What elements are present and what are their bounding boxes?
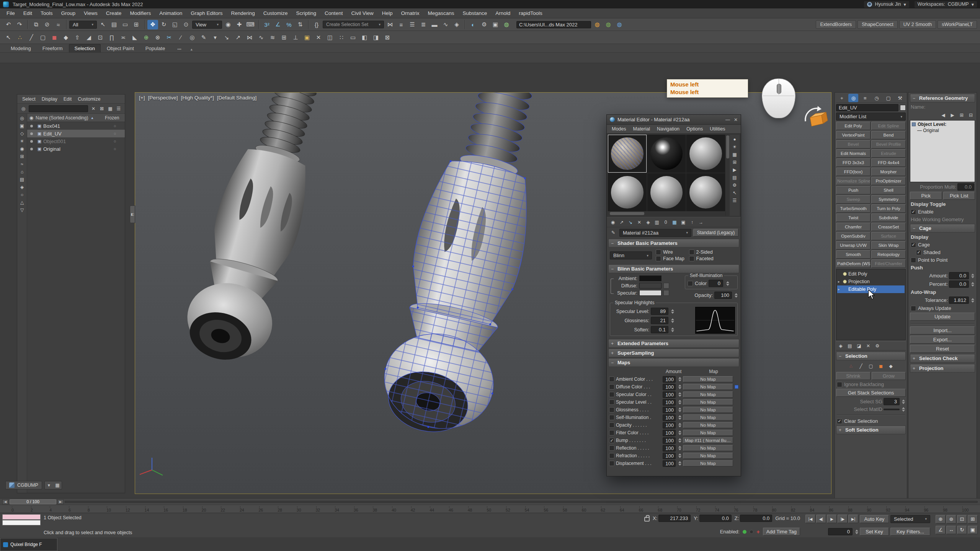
bridge-tool-icon[interactable]: ∏ (106, 33, 117, 42)
time-slider-handle[interactable]: 0 / 100 (10, 499, 56, 504)
remove-reference-icon[interactable]: ⊟ (967, 111, 975, 119)
bind-to-space-warp-icon[interactable]: ≈ (53, 20, 64, 29)
ribbon-toggle-icon[interactable]: ▬ (429, 20, 440, 29)
modifier-button[interactable]: Surface (871, 232, 906, 240)
soften-field[interactable]: 0.1 (651, 326, 668, 333)
sample-vertical-scrollbar[interactable] (725, 135, 730, 216)
material-editor-menu-item[interactable]: Options (683, 126, 706, 132)
display-tab-icon[interactable]: ▢ (884, 94, 893, 102)
visibility-eye-icon[interactable] (27, 140, 36, 143)
snapshot-icon[interactable]: ◫ (325, 33, 335, 42)
map-slot-button[interactable]: No Map (683, 460, 733, 466)
soft-selection-rollout[interactable]: +Soft Selection (836, 425, 906, 434)
clear-selection-checkbox[interactable] (837, 419, 842, 424)
hierarchy-tab-icon[interactable]: ≡ (860, 94, 870, 102)
maximize-viewport-icon[interactable]: ▣ (968, 526, 978, 534)
smooth-curve-icon[interactable]: ∿ (256, 33, 266, 42)
sample-type-icon[interactable]: ● (730, 135, 739, 143)
connect-tool-icon[interactable]: ≍ (118, 33, 129, 42)
map-slot-button[interactable]: No Map (683, 384, 733, 390)
remove-modifier-icon[interactable]: ✕ (864, 342, 872, 350)
modifier-stack-row[interactable]: ▸ Projection (837, 278, 905, 285)
menu-item[interactable]: Create (102, 9, 126, 17)
material-editor-options-icon[interactable]: ⚙ (730, 181, 739, 189)
map-slot-button[interactable]: No Map (683, 391, 733, 398)
material-map-navigator-icon[interactable]: ☰ (730, 197, 739, 204)
reference-coordinate-dropdown[interactable]: View▾ (192, 21, 222, 29)
explorer-menu-item[interactable]: Select (20, 96, 38, 103)
modifier-button[interactable]: Edit Poly (836, 122, 871, 130)
current-frame-field[interactable]: 0 (828, 528, 853, 535)
modifier-button[interactable]: Retopology (871, 250, 906, 259)
map-amount-spinner[interactable] (678, 400, 681, 404)
modifier-button[interactable]: Bevel Profile (871, 140, 906, 148)
display-xrefs-icon[interactable]: ▤ (18, 176, 26, 183)
selection-rollout[interactable]: −Selection (836, 352, 906, 360)
map-amount-field[interactable]: 100 (663, 407, 676, 413)
named-selection-sets-icon[interactable]: {} (311, 20, 322, 29)
material-type-button[interactable]: Standard (Legacy) (693, 229, 738, 236)
modifier-button[interactable]: FFD 3x3x3 (836, 158, 871, 167)
map-amount-spinner[interactable] (678, 377, 681, 381)
display-all-icon[interactable]: ◎ (18, 114, 26, 122)
specular-map-shortcut-button[interactable] (663, 290, 669, 296)
select-sg-field[interactable]: 3 (884, 398, 900, 405)
video-color-check-icon[interactable]: ▶ (730, 166, 739, 174)
map-slot-button[interactable]: No Map (683, 414, 733, 421)
face-map-checkbox[interactable] (656, 256, 661, 261)
utilities-tab-icon[interactable]: ⚒ (895, 94, 905, 102)
specular-color-swatch[interactable] (639, 290, 662, 296)
specular-level-spinner[interactable] (671, 309, 674, 314)
modifier-button[interactable]: TurboSmooth (836, 204, 871, 213)
menu-item[interactable]: Arnold (491, 9, 514, 17)
select-object-icon[interactable]: ↖ (98, 20, 108, 29)
scene-object-row[interactable]: ▣ Object001 ○ (27, 137, 125, 145)
show-end-result-icon[interactable]: ▤ (846, 342, 854, 350)
pick-prev-icon[interactable]: ◀ (939, 111, 947, 119)
map-amount-spinner[interactable] (678, 415, 681, 420)
assign-material-to-selection-icon[interactable]: ↘ (626, 218, 635, 226)
modifier-button[interactable]: Extrude (871, 149, 906, 158)
bevel-tool-icon[interactable]: ◢ (83, 33, 94, 42)
redo-icon[interactable]: ↷ (14, 20, 25, 29)
render-production-icon[interactable]: ◍ (501, 20, 512, 29)
map-amount-spinner[interactable] (678, 438, 681, 443)
push-percent-field[interactable]: 0.0 (949, 280, 969, 288)
menu-item[interactable]: Tools (36, 9, 57, 17)
material-editor-menu-item[interactable]: Modes (608, 126, 630, 132)
toolbar-script-button[interactable]: ShapeConnect (858, 20, 898, 29)
map-slot-button[interactable]: No Map (683, 376, 733, 382)
ignore-backfacing-checkbox[interactable] (837, 382, 842, 387)
render-preset-b-icon[interactable]: ◍ (603, 20, 614, 29)
clear-search-icon[interactable]: ✕ (89, 105, 98, 112)
push-percent-spinner[interactable] (971, 282, 974, 287)
reset-button[interactable]: Reset (910, 345, 975, 353)
map-enable-checkbox[interactable] (609, 453, 614, 458)
sample-horizontal-scrollbar[interactable] (609, 211, 724, 216)
menu-item[interactable]: Content (320, 9, 347, 17)
map-amount-spinner[interactable] (678, 423, 681, 427)
ambient-color-swatch[interactable] (639, 276, 662, 281)
next-frame-arrow[interactable]: ▶ (57, 499, 64, 504)
push-amount-spinner[interactable] (971, 274, 974, 278)
shaded-checkbox[interactable] (916, 250, 921, 255)
map-enable-checkbox[interactable] (609, 384, 614, 390)
window-crossing-icon[interactable]: ⊞ (131, 20, 142, 29)
frozen-toggle[interactable]: ○ (105, 139, 125, 143)
self-illum-color-checkbox[interactable] (688, 281, 693, 286)
map-amount-field[interactable]: 100 (663, 391, 676, 398)
scene-object-row[interactable]: ▣ Original ○ (27, 145, 125, 153)
render-region-icon[interactable]: ▭ (348, 33, 358, 42)
material-editor-menu-item[interactable]: Material (630, 126, 653, 132)
map-enable-checkbox[interactable] (609, 438, 614, 443)
wire-checkbox[interactable] (656, 249, 661, 255)
layer-explorer-toggle-icon[interactable]: ≣ (418, 20, 429, 29)
modifier-button[interactable]: Bevel (836, 140, 871, 148)
undo-icon[interactable]: ↶ (3, 20, 14, 29)
map-amount-spinner[interactable] (678, 461, 681, 466)
viewport-label-segment[interactable]: [+] (139, 95, 145, 101)
material-sample-slot[interactable] (686, 135, 725, 173)
map-amount-field[interactable]: 100 (663, 460, 676, 467)
map-amount-spinner[interactable] (678, 408, 681, 412)
workspaces-dropdown[interactable]: Workspaces: CGBUMP ▾ (915, 1, 977, 8)
